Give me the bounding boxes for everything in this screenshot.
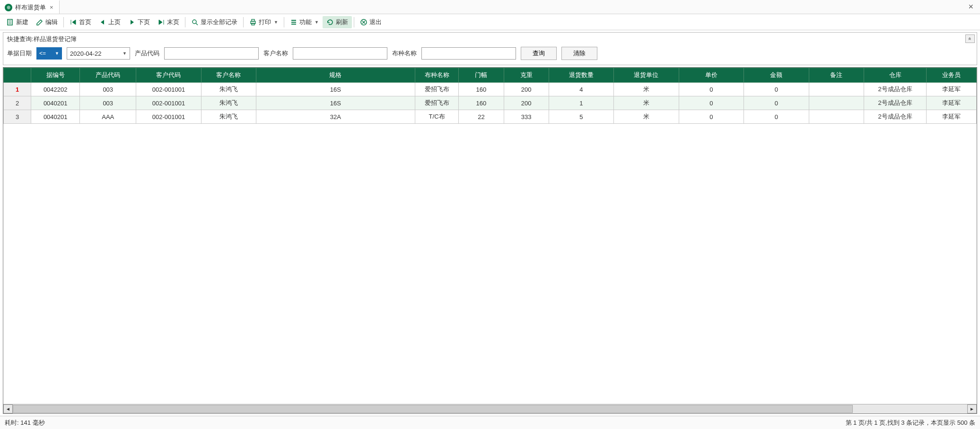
horizontal-scrollbar[interactable]: ◄ ► [3,404,977,413]
table-cell[interactable]: 003 [80,96,136,110]
table-row[interactable]: 20040201003002-001001朱鸿飞16S爱招飞布1602001米0… [4,96,977,110]
table-cell[interactable]: 0 [679,83,744,96]
table-cell[interactable]: 002-001001 [136,110,201,124]
table-header-cell[interactable]: 仓库 [864,68,926,83]
table-cell[interactable]: 003 [80,83,136,96]
show-all-button[interactable]: 显示全部记录 [187,16,241,28]
table-cell[interactable]: 0 [744,96,809,110]
scroll-left-icon[interactable]: ◄ [3,404,13,413]
chevron-down-icon: ▼ [55,51,59,56]
first-page-button[interactable]: 首页 [66,16,95,28]
scroll-track[interactable] [13,404,967,413]
table-cell[interactable]: 2号成品仓库 [864,96,926,110]
table-header-cell[interactable]: 规格 [256,68,415,83]
table-cell[interactable]: 16S [256,83,415,96]
table-cell[interactable]: 李延军 [927,110,977,124]
table-cell[interactable]: 16S [256,96,415,110]
table-cell[interactable]: 200 [504,83,549,96]
table-cell[interactable]: 0 [679,110,744,124]
next-icon [128,18,136,26]
table-cell[interactable]: 1 [549,96,613,110]
search-button[interactable]: 查询 [521,47,557,60]
table-header-cell[interactable]: 客户代码 [136,68,201,83]
table-cell[interactable]: 爱招飞布 [415,96,459,110]
table-cell[interactable]: 米 [614,83,679,96]
table-cell[interactable]: 0040201 [31,96,80,110]
customer-name-input[interactable] [293,47,387,60]
rownum-cell[interactable]: 3 [4,110,31,124]
scroll-right-icon[interactable]: ► [967,404,977,413]
product-code-input[interactable] [164,47,259,60]
scroll-thumb[interactable] [13,405,853,413]
table-header-cell[interactable]: 布种名称 [415,68,459,83]
table-header-cell[interactable]: 客户名称 [201,68,256,83]
date-input[interactable]: 2020-04-22 ▼ [67,47,130,60]
refresh-label: 刷新 [336,18,348,26]
table-cell[interactable]: 4 [549,83,613,96]
table-cell[interactable]: 爱招飞布 [415,83,459,96]
table-cell[interactable]: 0 [744,110,809,124]
table-cell[interactable]: 李延军 [927,96,977,110]
table-cell[interactable]: 22 [459,110,504,124]
rownum-cell[interactable]: 2 [4,96,31,110]
table-cell[interactable]: 米 [614,110,679,124]
table-cell[interactable] [809,96,864,110]
table-cell[interactable]: 002-001001 [136,83,201,96]
data-table-container: 据编号产品代码客户代码客户名称规格布种名称门幅克重退货数量退货单位单价金额备注仓… [3,67,977,414]
table-header-cell[interactable]: 退货数量 [549,68,613,83]
exit-button[interactable]: 退出 [356,16,385,28]
prev-page-button[interactable]: 上页 [95,16,124,28]
rownum-cell[interactable]: 1 [4,83,31,96]
table-cell[interactable]: 朱鸿飞 [201,96,256,110]
table-cell[interactable]: 5 [549,110,613,124]
table-header-cell[interactable]: 据编号 [31,68,80,83]
table-cell[interactable]: T/C布 [415,110,459,124]
table-cell[interactable]: AAA [80,110,136,124]
query-title: 快捷查询:样品退货登记簿 [7,35,973,43]
table-cell[interactable] [809,110,864,124]
table-cell[interactable]: 002-001001 [136,96,201,110]
last-page-button[interactable]: 末页 [154,16,183,28]
table-cell[interactable] [809,83,864,96]
fabric-name-input[interactable] [421,47,516,60]
next-page-button[interactable]: 下页 [124,16,154,28]
table-header-cell[interactable]: 退货单位 [614,68,679,83]
table-header-cell[interactable]: 金额 [744,68,809,83]
table-cell[interactable]: 333 [504,110,549,124]
print-button[interactable]: 打印 ▼ [245,16,282,28]
table-cell[interactable]: 2号成品仓库 [864,83,926,96]
new-button[interactable]: 新建 [3,16,32,28]
table-row[interactable]: 10042202003002-001001朱鸿飞16S爱招飞布1602004米0… [4,83,977,96]
table-header-cell[interactable]: 门幅 [459,68,504,83]
table-cell[interactable]: 朱鸿飞 [201,110,256,124]
table-cell[interactable]: 李延军 [927,83,977,96]
window-close-icon[interactable]: × [962,2,980,12]
table-cell[interactable]: 2号成品仓库 [864,110,926,124]
table-cell[interactable]: 米 [614,96,679,110]
exit-icon [360,18,368,26]
edit-button[interactable]: 编辑 [32,16,61,28]
table-header-cell[interactable]: 单价 [679,68,744,83]
function-button[interactable]: 功能 ▼ [286,16,323,28]
table-header-cell[interactable]: 克重 [504,68,549,83]
code-label: 产品代码 [135,49,159,58]
table-cell[interactable]: 0 [744,83,809,96]
table-cell[interactable]: 0042202 [31,83,80,96]
table-row[interactable]: 30040201AAA002-001001朱鸿飞32AT/C布223335米00… [4,110,977,124]
table-header-cell[interactable]: 业务员 [927,68,977,83]
table-header-cell[interactable]: 产品代码 [80,68,136,83]
table-cell[interactable]: 0040201 [31,110,80,124]
table-cell[interactable]: 160 [459,96,504,110]
table-cell[interactable]: 0 [679,96,744,110]
clear-button[interactable]: 清除 [561,47,597,60]
close-icon[interactable]: × [49,4,54,11]
table-cell[interactable]: 200 [504,96,549,110]
tab-document[interactable]: ⊕ 样布退货单 × [0,0,60,14]
table-cell[interactable]: 160 [459,83,504,96]
table-cell[interactable]: 朱鸿飞 [201,83,256,96]
table-cell[interactable]: 32A [256,110,415,124]
table-header-cell[interactable]: 备注 [809,68,864,83]
refresh-button[interactable]: 刷新 [323,16,352,28]
operator-select[interactable]: <= ▼ [36,47,62,60]
refresh-icon [326,18,334,26]
